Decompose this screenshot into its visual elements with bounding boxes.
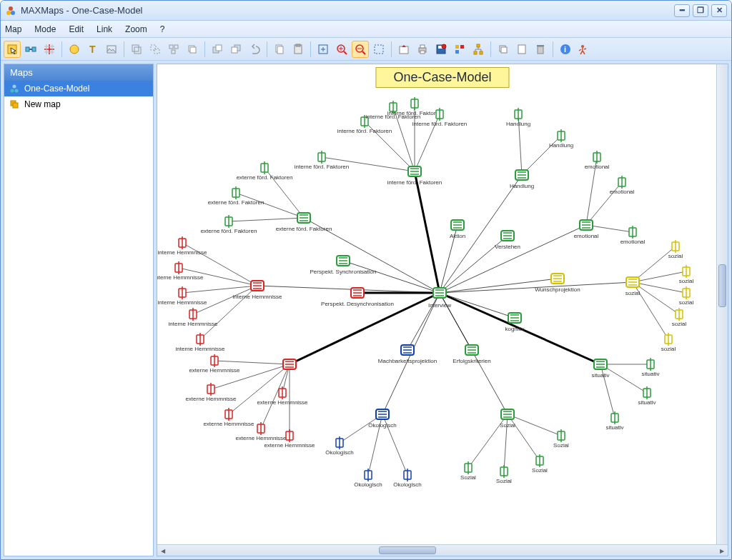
svg-line-90 bbox=[508, 414, 540, 461]
tool-cut[interactable] bbox=[271, 41, 288, 58]
scrollbar-vertical[interactable] bbox=[716, 64, 728, 544]
svg-text:Verstehen: Verstehen bbox=[495, 244, 520, 250]
scrollbar-horizontal[interactable]: ◀ ▶ bbox=[157, 544, 728, 556]
tool-link[interactable] bbox=[22, 41, 39, 58]
tool-settings[interactable] bbox=[451, 41, 468, 58]
svg-text:externe förd. Faktoren: externe förd. Faktoren bbox=[208, 199, 264, 206]
svg-text:Wunschprojektion: Wunschprojektion bbox=[535, 286, 580, 293]
svg-rect-32 bbox=[375, 45, 383, 54]
tool-doc[interactable] bbox=[513, 41, 530, 58]
tool-text[interactable]: T bbox=[84, 41, 102, 58]
svg-text:interne förd. Faktoren: interne förd. Faktoren bbox=[412, 121, 467, 127]
svg-text:interne Hemmnisse: interne Hemmnisse bbox=[233, 294, 282, 300]
menu-mode[interactable]: Mode bbox=[34, 24, 56, 34]
tool-zoom-in[interactable] bbox=[333, 41, 350, 58]
tool-print[interactable] bbox=[414, 41, 431, 58]
model-graph[interactable]: Interviewinterne förd. Faktoreninterne f… bbox=[157, 64, 715, 536]
tool-zoom-out[interactable] bbox=[352, 41, 369, 58]
tool-layers[interactable] bbox=[495, 41, 512, 58]
svg-text:sozial: sozial bbox=[661, 346, 676, 352]
svg-text:Perspekt. Synchronisation: Perspekt. Synchronisation bbox=[310, 269, 377, 275]
svg-text:interne Hemmnisse: interne Hemmnisse bbox=[158, 299, 207, 306]
svg-line-59 bbox=[415, 171, 440, 293]
svg-text:T: T bbox=[89, 44, 96, 55]
new-map-icon bbox=[9, 99, 20, 110]
svg-text:externe förd. Faktoren: externe förd. Faktoren bbox=[237, 174, 293, 181]
tool-front[interactable] bbox=[209, 41, 226, 58]
svg-text:Aktion: Aktion bbox=[450, 233, 465, 239]
menu-zoom[interactable]: Zoom bbox=[125, 24, 147, 34]
svg-text:sozial: sozial bbox=[679, 299, 694, 306]
svg-text:Sozial: Sozial bbox=[532, 467, 548, 474]
canvas-area[interactable]: One-Case-Model Interviewinterne förd. Fa… bbox=[157, 64, 728, 556]
sidebar: Maps One-Case-Model New map bbox=[4, 64, 154, 556]
tool-back[interactable] bbox=[227, 41, 244, 58]
tool-fit[interactable] bbox=[315, 41, 332, 58]
svg-point-55 bbox=[15, 89, 19, 93]
svg-rect-26 bbox=[296, 44, 300, 46]
svg-text:Ökologisch: Ökologisch bbox=[368, 422, 397, 429]
tool-undo[interactable] bbox=[246, 41, 263, 58]
tool-group[interactable] bbox=[128, 41, 145, 58]
svg-text:interne Hemmnisse: interne Hemmnisse bbox=[169, 321, 218, 327]
svg-point-1 bbox=[11, 11, 15, 15]
svg-text:situativ: situativ bbox=[606, 424, 624, 431]
svg-line-29 bbox=[344, 51, 347, 54]
svg-rect-20 bbox=[216, 45, 222, 51]
tool-info[interactable]: i bbox=[557, 41, 574, 58]
svg-text:Sozial: Sozial bbox=[496, 478, 512, 484]
svg-rect-33 bbox=[400, 46, 408, 54]
svg-rect-48 bbox=[518, 45, 525, 54]
svg-rect-58 bbox=[13, 103, 18, 108]
tool-save[interactable] bbox=[432, 41, 450, 58]
svg-text:interne förd. Faktoren: interne förd. Faktoren bbox=[387, 110, 442, 116]
svg-rect-5 bbox=[32, 47, 36, 51]
svg-point-53 bbox=[581, 45, 584, 48]
svg-line-108 bbox=[182, 286, 257, 293]
svg-text:Machbarkeitsprojektion: Machbarkeitsprojektion bbox=[378, 358, 437, 364]
tool-select[interactable] bbox=[4, 41, 21, 58]
tool-export[interactable] bbox=[395, 41, 412, 58]
svg-text:externe förd. Faktoren: externe förd. Faktoren bbox=[201, 228, 257, 234]
tool-paste[interactable] bbox=[290, 41, 307, 58]
scroll-left-icon[interactable]: ◀ bbox=[158, 546, 168, 556]
tool-hierarchy[interactable] bbox=[470, 41, 487, 58]
tool-image[interactable] bbox=[103, 41, 120, 58]
svg-line-76 bbox=[633, 246, 676, 282]
tool-copy[interactable] bbox=[184, 41, 201, 58]
menu-help[interactable]: ? bbox=[160, 24, 165, 34]
menu-link[interactable]: Link bbox=[97, 24, 112, 34]
close-button[interactable]: ✕ bbox=[711, 4, 727, 17]
map-icon bbox=[9, 83, 20, 94]
tool-ungroup[interactable] bbox=[147, 41, 164, 58]
svg-line-77 bbox=[633, 271, 686, 282]
tool-align[interactable] bbox=[165, 41, 182, 58]
map-item-one-case-model[interactable]: One-Case-Model bbox=[4, 81, 153, 96]
tool-zoom-area[interactable] bbox=[370, 41, 387, 58]
svg-rect-40 bbox=[455, 45, 459, 49]
scrollbar-v-thumb[interactable] bbox=[718, 264, 726, 307]
maximize-button[interactable]: ❐ bbox=[693, 4, 708, 17]
map-item-new-map[interactable]: New map bbox=[4, 96, 153, 112]
svg-rect-50 bbox=[537, 45, 544, 46]
tool-new-node[interactable] bbox=[66, 41, 83, 58]
menu-map[interactable]: Map bbox=[5, 24, 21, 34]
menu-edit[interactable]: Edit bbox=[69, 24, 84, 34]
minimize-button[interactable]: ━ bbox=[674, 4, 690, 17]
svg-text:emotional: emotional bbox=[574, 233, 599, 239]
map-item-label: New map bbox=[24, 99, 61, 109]
svg-text:externe Hemmnisse: externe Hemmnisse bbox=[235, 435, 287, 441]
svg-text:interne förd. Faktoren: interne förd. Faktoren bbox=[295, 164, 349, 170]
svg-rect-43 bbox=[477, 44, 480, 47]
scrollbar-h-thumb[interactable] bbox=[379, 546, 436, 554]
svg-point-2 bbox=[9, 6, 13, 11]
svg-line-105 bbox=[257, 286, 440, 293]
toolbar: T i bbox=[1, 38, 731, 61]
tool-grid[interactable] bbox=[41, 41, 58, 58]
svg-text:emotional: emotional bbox=[620, 239, 646, 245]
svg-text:externe Hemmnisse: externe Hemmnisse bbox=[257, 399, 308, 406]
tool-exit[interactable] bbox=[575, 41, 593, 58]
svg-text:Erfolgskriterien: Erfolgskriterien bbox=[452, 358, 490, 364]
scroll-right-icon[interactable]: ▶ bbox=[717, 546, 727, 556]
tool-delete[interactable] bbox=[532, 41, 549, 58]
